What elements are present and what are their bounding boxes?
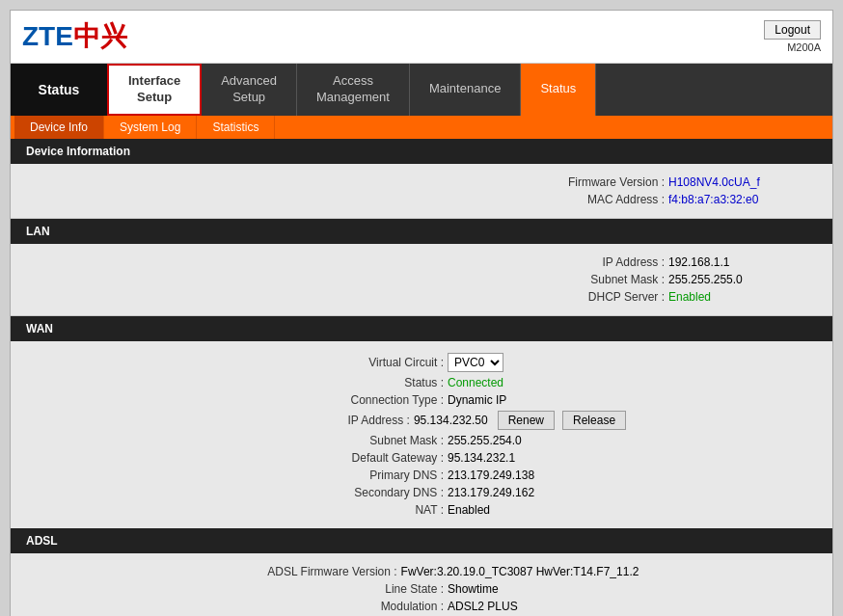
lan-ip-value: 192.168.1.1 <box>668 255 813 269</box>
wan-secondary-dns-row: Secondary DNS : 213.179.249.162 <box>30 484 813 501</box>
lan-ip-label: IP Address : <box>472 255 665 269</box>
wan-gateway-label: Default Gateway : <box>251 451 444 465</box>
nav-label-status: Status <box>540 81 576 97</box>
nav-status-section: Status <box>11 64 107 116</box>
wan-conn-type-row: Connection Type : Dynamic IP <box>30 391 813 409</box>
lan-ip-row: IP Address : 192.168.1.1 <box>30 254 813 271</box>
wan-ip-area: 95.134.232.50 Renew Release <box>414 411 626 430</box>
wan-gateway-row: Default Gateway : 95.134.232.1 <box>30 449 813 467</box>
wan-ip-label: IP Address : <box>217 414 410 427</box>
wan-body: Virtual Circuit : PVC0 PVC1 PVC2 PVC3 St… <box>11 341 832 528</box>
mac-value: f4:b8:a7:a3:32:e0 <box>668 193 813 206</box>
wan-conn-type-value: Dynamic IP <box>448 393 592 407</box>
wan-conn-type-label: Connection Type : <box>251 393 444 407</box>
nav-status-label: Status <box>39 82 80 97</box>
firmware-row: Firmware Version : H108NV4.0cUA_f <box>30 174 813 191</box>
content-area: Device Information Firmware Version : H1… <box>11 139 832 616</box>
lan-dhcp-value: Enabled <box>668 290 813 304</box>
device-info-header: Device Information <box>11 139 832 164</box>
adsl-body: ADSL Firmware Version : FwVer:3.20.19.0_… <box>11 553 832 616</box>
lan-header: LAN <box>11 219 832 244</box>
logo-zte: ZTE <box>22 21 73 51</box>
logout-button[interactable]: Logout <box>764 20 821 40</box>
sub-nav-label-system-log: System Log <box>120 121 180 134</box>
lan-dhcp-label: DHCP Server : <box>472 290 665 304</box>
mac-label: MAC Address : <box>472 193 665 206</box>
wan-primary-dns-label: Primary DNS : <box>251 469 444 482</box>
wan-nat-value: Enabled <box>448 503 592 517</box>
adsl-header: ADSL <box>11 528 832 553</box>
adsl-modulation-value: ADSL2 PLUS <box>448 600 592 613</box>
nav-label-maintenance: Maintenance <box>429 81 501 97</box>
wan-vc-row: Virtual Circuit : PVC0 PVC1 PVC2 PVC3 <box>30 351 813 374</box>
adsl-firmware-label: ADSL Firmware Version : <box>204 565 397 578</box>
wan-nat-label: NAT : <box>251 503 444 517</box>
virtual-circuit-select[interactable]: PVC0 PVC1 PVC2 PVC3 <box>448 353 503 372</box>
lan-subnet-label: Subnet Mask : <box>472 273 665 286</box>
adsl-line-state-value: Showtime <box>448 582 592 596</box>
wan-status-label: Status : <box>251 376 444 389</box>
nav-item-interface-setup[interactable]: InterfaceSetup <box>107 64 202 116</box>
sub-nav-label-statistics: Statistics <box>212 121 258 134</box>
page-header: ZTE中兴 Logout M200A <box>11 11 832 64</box>
wan-vc-label: Virtual Circuit : <box>251 356 444 369</box>
wan-ip-value: 95.134.232.50 <box>414 414 488 427</box>
adsl-line-state-row: Line State : Showtime <box>30 580 813 598</box>
main-nav: Status InterfaceSetup AdvancedSetup Acce… <box>11 64 832 116</box>
adsl-firmware-value: FwVer:3.20.19.0_TC3087 HwVer:T14.F7_11.2 <box>401 565 639 578</box>
mac-row: MAC Address : f4:b8:a7:a3:32:e0 <box>30 191 813 208</box>
nav-label-interface-setup: InterfaceSetup <box>128 73 180 106</box>
firmware-value: H108NV4.0cUA_f <box>668 175 813 189</box>
adsl-line-state-label: Line State : <box>251 582 444 596</box>
lan-dhcp-row: DHCP Server : Enabled <box>30 288 813 306</box>
sub-nav-system-log[interactable]: System Log <box>104 116 197 139</box>
adsl-firmware-row: ADSL Firmware Version : FwVer:3.20.19.0_… <box>30 563 813 580</box>
renew-button[interactable]: Renew <box>498 411 555 430</box>
adsl-modulation-label: Modulation : <box>251 600 444 613</box>
nav-label-access-management: AccessManagement <box>316 73 390 106</box>
nav-item-maintenance[interactable]: Maintenance <box>410 64 521 116</box>
sub-nav-statistics[interactable]: Statistics <box>197 116 275 139</box>
sub-nav-device-info[interactable]: Device Info <box>14 116 104 139</box>
renew-release-group: Renew Release <box>494 411 626 430</box>
lan-body: IP Address : 192.168.1.1 Subnet Mask : 2… <box>11 244 832 316</box>
wan-status-value: Connected <box>448 376 592 389</box>
zte-logo: ZTE中兴 <box>22 18 127 55</box>
lan-subnet-row: Subnet Mask : 255.255.255.0 <box>30 271 813 288</box>
sub-nav-label-device-info: Device Info <box>30 121 88 134</box>
release-button[interactable]: Release <box>562 411 626 430</box>
wan-primary-dns-row: Primary DNS : 213.179.249.138 <box>30 467 813 484</box>
wan-secondary-dns-value: 213.179.249.162 <box>448 486 592 499</box>
nav-item-access-management[interactable]: AccessManagement <box>297 64 410 116</box>
lan-subnet-value: 255.255.255.0 <box>668 273 813 286</box>
wan-gateway-value: 95.134.232.1 <box>448 451 592 465</box>
wan-vc-value: PVC0 PVC1 PVC2 PVC3 <box>448 353 592 372</box>
nav-item-advanced-setup[interactable]: AdvancedSetup <box>202 64 297 116</box>
header-right: Logout M200A <box>764 20 821 53</box>
wan-status-row: Status : Connected <box>30 374 813 391</box>
sub-nav: Device Info System Log Statistics <box>11 116 832 139</box>
wan-header: WAN <box>11 316 832 341</box>
device-model: M200A <box>764 41 821 53</box>
nav-item-status[interactable]: Status <box>521 64 596 116</box>
wan-primary-dns-value: 213.179.249.138 <box>448 469 592 482</box>
wan-subnet-row: Subnet Mask : 255.255.254.0 <box>30 432 813 449</box>
wan-secondary-dns-label: Secondary DNS : <box>251 486 444 499</box>
device-info-body: Firmware Version : H108NV4.0cUA_f MAC Ad… <box>11 164 832 219</box>
nav-label-advanced-setup: AdvancedSetup <box>221 73 277 106</box>
wan-ip-row: IP Address : 95.134.232.50 Renew Release <box>30 409 813 432</box>
adsl-modulation-row: Modulation : ADSL2 PLUS <box>30 598 813 615</box>
firmware-label: Firmware Version : <box>472 175 665 189</box>
logo-chinese: 中兴 <box>73 21 127 51</box>
wan-nat-row: NAT : Enabled <box>30 501 813 519</box>
wan-subnet-value: 255.255.254.0 <box>448 434 592 447</box>
wan-subnet-label: Subnet Mask : <box>251 434 444 447</box>
